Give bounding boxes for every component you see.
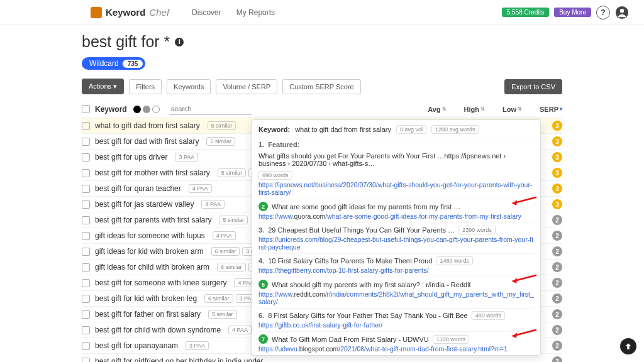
serp-title-text: What should gift my parents with my firs… — [272, 281, 471, 288]
scroll-to-top-button[interactable] — [620, 338, 636, 354]
col-low[interactable]: Low⇅ — [502, 106, 522, 113]
serp-score-badge: 2 — [552, 246, 562, 256]
serp-item[interactable]: 1.Featured: What gifts should you get Fo… — [258, 138, 534, 199]
kw-pill[interactable]: 6 similar — [211, 247, 240, 256]
panel-header: Keyword: what to gift dad from first sal… — [258, 125, 534, 138]
serp-score-badge: 2 — [552, 231, 562, 241]
serp-url[interactable]: https://www.quora.com/what-are-some-good… — [258, 212, 534, 220]
row-checkbox[interactable] — [82, 263, 90, 272]
row-checkbox[interactable] — [82, 279, 90, 287]
avg-vol-pill: 0 avg vol — [396, 125, 426, 134]
page-title: best gift for * i — [82, 33, 562, 51]
volume-serp-button[interactable]: Volume / SERP — [216, 79, 277, 94]
serp-rank: 7 — [258, 334, 268, 344]
kw-pill[interactable]: 5 similar — [208, 121, 236, 130]
keyword-text: best gift for quran teacher — [95, 184, 181, 193]
serp-item[interactable]: 8.Gifts For Parents From First Salary - … — [258, 355, 534, 356]
dot-black[interactable] — [133, 106, 141, 113]
serp-rank: 4. — [258, 257, 264, 265]
serp-panel: Keyword: what to gift dad from first sal… — [252, 119, 541, 356]
serp-score-badge: 3 — [552, 152, 562, 162]
serp-score-badge: 2 — [552, 309, 562, 319]
keyword-text: best gift for mother with first salary — [95, 168, 210, 177]
kw-pill[interactable]: 3 PAA — [175, 153, 198, 162]
row-checkbox[interactable] — [82, 216, 90, 224]
wildcard-pill[interactable]: Wildcard 735 — [82, 57, 145, 70]
kw-pill[interactable]: 5 similar — [219, 216, 248, 224]
custom-score-button[interactable]: Custom SERP Score — [282, 79, 361, 94]
serp-url[interactable]: https://unicreds.com/blog/29-cheapest-bu… — [258, 236, 534, 251]
serp-url[interactable]: https://ipsnews.net/business/2020/07/30/… — [258, 181, 534, 196]
top-right: 5,558 Credits Buy More ? — [502, 6, 629, 19]
user-avatar-icon[interactable] — [615, 6, 629, 19]
keywords-button[interactable]: Keywords — [167, 79, 211, 94]
kw-pill[interactable]: 4 PAA — [189, 184, 212, 193]
row-checkbox[interactable] — [82, 138, 90, 146]
kw-pill[interactable]: 5 similar — [206, 137, 235, 146]
serp-url[interactable]: https://thegiftberry.com/top-10-first-sa… — [258, 266, 534, 274]
serp-score-badge: 2 — [552, 293, 562, 304]
dot-outline[interactable] — [152, 106, 160, 113]
row-checkbox[interactable] — [82, 232, 90, 240]
keyword-text: best gift for kid with broken leg — [95, 294, 197, 303]
col-keyword[interactable]: Keyword — [95, 105, 127, 114]
help-icon[interactable]: ? — [596, 6, 610, 19]
info-icon[interactable]: i — [175, 38, 184, 47]
serp-item[interactable]: 5What should gift my parents with my fir… — [258, 277, 534, 308]
nav-discover[interactable]: Discover — [192, 8, 221, 17]
select-all-checkbox[interactable] — [82, 105, 90, 113]
row-checkbox[interactable] — [82, 310, 90, 319]
row-checkbox[interactable] — [82, 122, 90, 130]
buy-more-button[interactable]: Buy More — [554, 8, 591, 17]
serp-score-badge: 2 — [552, 356, 562, 362]
serp-item[interactable]: 4.10 First Salary Gifts for Parents To M… — [258, 253, 534, 277]
search-input[interactable] — [170, 103, 252, 115]
kw-pill[interactable]: 4 PAA — [201, 200, 225, 209]
credits-badge[interactable]: 5,558 Credits — [502, 8, 549, 17]
col-high[interactable]: High⇅ — [464, 106, 485, 113]
nav-links: Discover My Reports — [192, 8, 275, 17]
serp-score-badge: 2 — [552, 278, 562, 288]
row-checkbox[interactable] — [82, 169, 90, 177]
kw-pill[interactable]: 6 similar — [217, 263, 246, 272]
row-checkbox[interactable] — [82, 295, 90, 303]
nav-reports[interactable]: My Reports — [236, 8, 275, 17]
kw-pill[interactable]: 6 similar — [204, 294, 233, 303]
table-header: Keyword Avg⇅ High⇅ Low⇅ SERP▾ — [82, 101, 562, 118]
actions-button[interactable]: Actions ▾ — [82, 79, 124, 94]
kw-pill[interactable]: 4 PAA — [213, 231, 236, 240]
kw-pill[interactable]: 4 PAA — [228, 326, 252, 334]
serp-item[interactable]: 6.8 First Salary Gifts for Your Father T… — [258, 308, 534, 331]
export-button[interactable]: Export to CSV — [504, 79, 562, 94]
serp-url[interactable]: https://udwvu.blogspot.com/2021/08/what-… — [258, 345, 534, 353]
keyword-text: best gift for upanayanam — [95, 341, 178, 350]
serp-item[interactable]: 3.29 Cheapest But Useful Things You Can … — [258, 222, 534, 253]
serp-title-text: 8 First Salary Gifts for Your Father Tha… — [268, 312, 468, 319]
row-checkbox[interactable] — [82, 248, 90, 256]
col-avg[interactable]: Avg⇅ — [428, 106, 446, 113]
dot-gray[interactable] — [143, 106, 150, 113]
serp-score-badge: 3 — [552, 168, 562, 178]
keyword-text: gift ideas for kid with broken arm — [95, 247, 204, 256]
serp-title-text: What gifts should you get For Your Paren… — [258, 152, 534, 167]
serp-item[interactable]: 2What are some good gift ideas for my pa… — [258, 199, 534, 222]
row-checkbox[interactable] — [82, 200, 90, 209]
kw-pill[interactable]: 3 PAA — [186, 341, 209, 350]
row-checkbox[interactable] — [82, 326, 90, 334]
serp-rank: 3. — [258, 226, 264, 234]
row-checkbox[interactable] — [82, 358, 90, 363]
serp-item[interactable]: 7What To Gift Mom Dad From First Salary … — [258, 331, 534, 355]
word-count-pill: 2390 words — [458, 226, 496, 234]
col-serp[interactable]: SERP▾ — [540, 106, 562, 113]
row-checkbox[interactable] — [82, 153, 90, 162]
kw-pill[interactable]: 5 similar — [218, 168, 247, 177]
row-checkbox[interactable] — [82, 185, 90, 193]
kw-pill[interactable]: 5 similar — [208, 310, 237, 319]
word-count-pill: 480 words — [472, 311, 506, 320]
serp-rank: 5 — [258, 280, 268, 289]
serp-url[interactable]: https://www.reddit.com/r/india/comments/… — [258, 290, 534, 305]
filters-button[interactable]: Filters — [129, 79, 162, 94]
row-checkbox[interactable] — [82, 342, 90, 350]
serp-url[interactable]: https://giftb.co.uk/first-salary-gift-fo… — [258, 321, 534, 329]
logo[interactable]: Keyword Chef — [91, 7, 169, 18]
